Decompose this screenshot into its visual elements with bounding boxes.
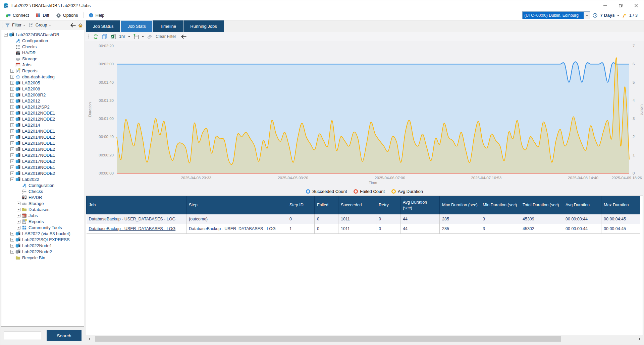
- home-icon[interactable]: [78, 23, 83, 28]
- tree-item[interactable]: +LAB2012\SP2: [2, 104, 84, 110]
- expand-icon[interactable]: +: [17, 202, 20, 205]
- table-cell[interactable]: 0: [287, 214, 315, 224]
- period-caret-icon[interactable]: [617, 15, 619, 17]
- column-header[interactable]: Max Duration (sec): [440, 196, 480, 214]
- tree-item[interactable]: +Configuration: [2, 182, 84, 188]
- tree-item[interactable]: +LAB2017NODE1: [2, 152, 84, 158]
- add-interval-caret-icon[interactable]: [142, 36, 144, 38]
- job-link[interactable]: DatabaseBackup - USER_DATABASES - LOG: [89, 226, 176, 231]
- tree-item[interactable]: +LAB2005: [2, 80, 84, 86]
- tree-item[interactable]: +Databases: [2, 206, 84, 212]
- table-cell[interactable]: 44: [400, 214, 440, 224]
- column-header[interactable]: Min Duration (sec): [480, 196, 520, 214]
- expand-icon[interactable]: +: [10, 153, 14, 157]
- timezone-select[interactable]: (UTC+00:00) Dublin, Edinburg: [522, 11, 590, 19]
- table-cell[interactable]: 3: [480, 224, 520, 234]
- help-button[interactable]: Help: [85, 10, 108, 20]
- expand-icon[interactable]: +: [10, 135, 14, 139]
- table-cell[interactable]: 285: [440, 214, 480, 224]
- tab-job-status[interactable]: Job Status: [86, 20, 120, 32]
- expand-icon[interactable]: +: [17, 214, 20, 217]
- column-header[interactable]: Step: [186, 196, 287, 214]
- interval-caret-icon[interactable]: [128, 36, 130, 38]
- minimize-button[interactable]: [597, 0, 613, 10]
- tree-item[interactable]: +Storage: [2, 200, 84, 206]
- tree-item[interactable]: +LAB2008R2: [2, 92, 84, 98]
- scroll-left-button[interactable]: [86, 336, 92, 342]
- group-icon[interactable]: [29, 23, 34, 28]
- tree-item[interactable]: +HA/DR: [2, 194, 84, 200]
- column-header[interactable]: Avg Duration: [563, 196, 601, 214]
- legend-item[interactable]: Failed Count: [354, 189, 385, 194]
- table-cell[interactable]: 44: [400, 224, 440, 234]
- job-link[interactable]: DatabaseBackup - USER_DATABASES - LOG: [89, 217, 176, 221]
- expand-icon[interactable]: +: [10, 165, 14, 169]
- filter-caret-icon[interactable]: [23, 25, 25, 27]
- column-header[interactable]: Job: [87, 196, 186, 214]
- back-arrow-icon[interactable]: [70, 23, 76, 28]
- expand-icon[interactable]: +: [10, 75, 14, 79]
- expand-icon[interactable]: +: [17, 208, 20, 211]
- expand-icon[interactable]: +: [17, 220, 20, 223]
- expand-icon[interactable]: +: [10, 238, 14, 242]
- back-arrow-icon[interactable]: [180, 34, 187, 39]
- table-cell[interactable]: 1: [287, 224, 315, 234]
- tree-item[interactable]: +LAB2016NODE2: [2, 146, 84, 152]
- tree-item[interactable]: +LAB2022 (via S3 bucket): [2, 230, 84, 236]
- connect-button[interactable]: Connect: [2, 10, 32, 20]
- expand-icon[interactable]: +: [10, 93, 14, 97]
- tab-job-stats[interactable]: Job Stats: [121, 20, 152, 32]
- table-cell[interactable]: DatabaseBackup - USER_DATABASES - LOG: [87, 214, 186, 224]
- tree-item[interactable]: +LAB2016NODE1: [2, 140, 84, 146]
- tree-item[interactable]: +Lab2022\SQLEXPRESS: [2, 236, 84, 243]
- expand-icon[interactable]: +: [10, 250, 14, 254]
- tab-timeline[interactable]: Timeline: [153, 20, 183, 32]
- expand-icon[interactable]: +: [10, 117, 14, 121]
- group-label[interactable]: Group: [36, 23, 47, 27]
- collapse-icon[interactable]: −: [10, 178, 14, 181]
- expand-icon[interactable]: +: [17, 226, 20, 229]
- expand-icon[interactable]: +: [10, 147, 14, 151]
- legend-item[interactable]: Succeeded Count: [306, 189, 347, 194]
- table-cell[interactable]: 00 00:00:44: [563, 214, 601, 224]
- eraser-icon[interactable]: [147, 34, 153, 40]
- tree-item[interactable]: +LAB2012NODE1: [2, 110, 84, 116]
- column-header[interactable]: Succeeded: [338, 196, 376, 214]
- expand-icon[interactable]: +: [10, 99, 14, 103]
- table-cell[interactable]: 45309: [520, 214, 563, 224]
- tree-item[interactable]: +Lab2022Node2: [2, 249, 84, 255]
- tree-item[interactable]: +LAB2019NODE2: [2, 170, 84, 176]
- expand-icon[interactable]: +: [10, 232, 14, 235]
- jobs-chart[interactable]: 00:00:0000:00:2000:00:4000:01:0000:01:20…: [85, 41, 643, 187]
- column-header[interactable]: Avg Duration (sec): [400, 196, 440, 214]
- expand-icon[interactable]: +: [10, 141, 14, 145]
- tree-item[interactable]: −Lab2022: [2, 176, 84, 182]
- tree-item[interactable]: +Reports: [2, 68, 84, 74]
- tree-item[interactable]: +LAB2014NODE1: [2, 128, 84, 134]
- expand-icon[interactable]: +: [10, 105, 14, 109]
- tree-item[interactable]: +Checks: [2, 44, 84, 50]
- tree-item[interactable]: +LAB2019NODE1: [2, 164, 84, 170]
- table-cell[interactable]: 0: [376, 224, 400, 234]
- column-header[interactable]: Failed: [315, 196, 338, 214]
- expand-icon[interactable]: +: [10, 159, 14, 163]
- tree-item[interactable]: +Configuration: [2, 38, 84, 44]
- tree-item[interactable]: +dba-dash-testing: [2, 74, 84, 80]
- table-cell[interactable]: 0: [315, 224, 338, 234]
- expand-icon[interactable]: +: [10, 87, 14, 91]
- tree-item[interactable]: +Jobs: [2, 212, 84, 218]
- filter-funnel-icon[interactable]: [5, 23, 10, 28]
- restore-button[interactable]: [613, 0, 628, 10]
- tree-item[interactable]: +HA/DR: [2, 50, 84, 56]
- tree-item[interactable]: +Community Tools: [2, 224, 84, 230]
- scroll-right-button[interactable]: [637, 336, 643, 342]
- tree-item[interactable]: +Jobs: [2, 62, 84, 68]
- column-header[interactable]: Total Duration (sec): [520, 196, 563, 214]
- table-cell[interactable]: 00 00:00:44: [563, 224, 601, 234]
- table-cell[interactable]: 1011: [338, 214, 376, 224]
- options-button[interactable]: Options: [53, 10, 82, 20]
- clear-filter-button[interactable]: Clear Filter: [156, 34, 176, 39]
- table-cell[interactable]: 0: [315, 214, 338, 224]
- table-cell[interactable]: 00 00:04:45: [601, 224, 640, 234]
- refresh-icon[interactable]: [93, 34, 99, 40]
